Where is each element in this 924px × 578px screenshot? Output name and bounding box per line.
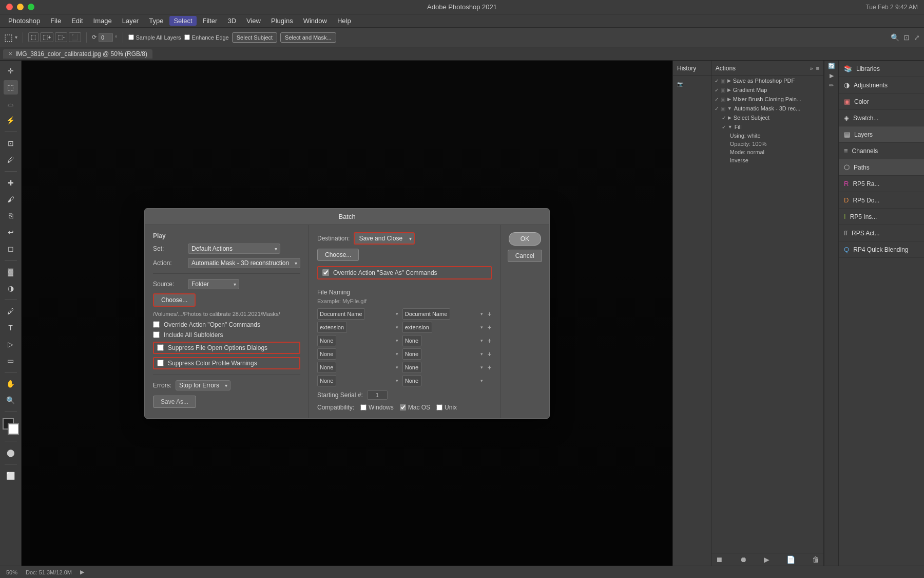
menu-plugins[interactable]: Plugins [267, 16, 297, 26]
naming-plus-3[interactable]: + [487, 337, 491, 345]
naming-plus-2[interactable]: + [487, 323, 491, 331]
include-subfolders-checkbox[interactable] [153, 331, 160, 338]
panel-rp4quick[interactable]: Q RP4 Quick Blending [839, 241, 924, 258]
close-button[interactable] [6, 4, 13, 10]
expand-icon[interactable]: ⤢ [914, 33, 920, 42]
cancel-button[interactable]: Cancel [508, 250, 542, 262]
naming-select-4a[interactable]: None [317, 348, 336, 360]
menu-type[interactable]: Type [145, 16, 167, 26]
action-item-42[interactable]: ✓ ▼ Fill [711, 122, 823, 132]
errors-select[interactable]: Stop for Errors [176, 380, 230, 390]
panel-channels[interactable]: ≡ Channels [839, 143, 924, 159]
history-tab-label[interactable]: History [677, 65, 696, 72]
naming-field-1[interactable]: Document Name [317, 308, 365, 320]
history-state-1[interactable]: 📷 [675, 80, 709, 88]
panel-rp5ins[interactable]: I RP5 Ins... [839, 209, 924, 225]
play-button[interactable]: ▶ [764, 555, 769, 564]
subtract-selection-icon[interactable]: ⬚- [55, 32, 67, 42]
new-action-button[interactable]: 📄 [786, 555, 795, 564]
panel-layers[interactable]: ▤ Layers [839, 126, 924, 143]
naming-select-2[interactable]: extension [402, 322, 432, 333]
menu-help[interactable]: Help [333, 16, 355, 26]
magic-wand-tool[interactable]: ⚡ [4, 113, 18, 127]
naming-plus-6[interactable]: + [487, 377, 491, 385]
choose-dest-button[interactable]: Choose... [317, 249, 359, 261]
record-button[interactable]: ⏺ [740, 555, 747, 564]
naming-select-3b[interactable]: None [402, 335, 421, 346]
gradient-tool[interactable]: ▓ [4, 265, 18, 279]
add-selection-icon[interactable]: ⬚+ [40, 32, 53, 42]
menu-edit[interactable]: Edit [67, 16, 87, 26]
naming-select-6b[interactable]: None [402, 375, 421, 386]
arrange-icon[interactable]: ⊡ [903, 33, 910, 42]
naming-select-6a[interactable]: None [317, 375, 336, 386]
menu-file[interactable]: File [46, 16, 65, 26]
menu-image[interactable]: Image [89, 16, 116, 26]
fr-icon-3[interactable]: ✏ [829, 82, 834, 89]
action-item-41[interactable]: ✓ ▶ Select Subject [711, 113, 823, 122]
brush-tool[interactable]: 🖌 [4, 192, 18, 207]
save-as-button[interactable]: Save As... [153, 396, 196, 408]
quick-mask-tool[interactable]: ⬤ [4, 445, 18, 460]
naming-field-2[interactable]: extension [317, 322, 347, 333]
stop-button[interactable]: ⏹ [716, 555, 723, 564]
suppress-open-checkbox[interactable] [157, 344, 164, 351]
text-tool[interactable]: T [4, 321, 18, 335]
selection-tool[interactable]: ⬚ [4, 80, 18, 95]
menu-select[interactable]: Select [169, 16, 196, 26]
naming-plus-4[interactable]: + [487, 350, 491, 358]
naming-select-5b[interactable]: None [402, 362, 421, 373]
naming-select-4b[interactable]: None [402, 348, 421, 360]
rotation-input[interactable] [99, 33, 113, 42]
intersect-selection-icon[interactable]: ⬛ [69, 32, 81, 42]
action-item-2[interactable]: ✓ ▣ ▶ Gradient Map [711, 85, 823, 95]
actions-expand-icon[interactable]: » [810, 65, 813, 71]
lasso-tool[interactable]: ⌓ [4, 97, 18, 111]
naming-plus-1[interactable]: + [487, 310, 491, 318]
eyedropper-tool[interactable]: 🖊 [4, 153, 18, 167]
select-and-mask-button[interactable]: Select and Mask... [280, 32, 336, 43]
override-saveas-checkbox[interactable] [322, 269, 329, 276]
naming-plus-5[interactable]: + [487, 363, 491, 371]
action-item-4[interactable]: ✓ ▣ ▼ Automatic Mask - 3D rec... [711, 104, 823, 113]
serial-input[interactable] [367, 390, 388, 400]
panel-libraries[interactable]: 📚 Libraries [839, 61, 924, 77]
ok-button[interactable]: OK [509, 232, 541, 246]
macos-checkbox[interactable] [400, 404, 406, 411]
minimize-button[interactable] [17, 4, 24, 10]
doc-tab-active[interactable]: ✕ IMG_3816_color_calibrated.jpg @ 50% (R… [3, 49, 152, 59]
path-selection-tool[interactable]: ▷ [4, 337, 18, 351]
set-select[interactable]: Default Actions [188, 244, 280, 254]
maximize-button[interactable] [28, 4, 34, 10]
choose-source-button[interactable]: Choose... [153, 293, 196, 307]
action-item-1[interactable]: ✓ ▣ ▶ Save as Photoshop PDF [711, 76, 823, 85]
pen-tool[interactable]: 🖊 [4, 304, 18, 319]
screen-mode-tool[interactable]: ⬜ [4, 469, 18, 483]
menu-3d[interactable]: 3D [223, 16, 240, 26]
crop-tool[interactable]: ⊡ [4, 136, 18, 151]
panel-swatch[interactable]: ◈ Swatch... [839, 110, 924, 126]
panel-rp5ra[interactable]: R RP5 Ra... [839, 176, 924, 192]
doc-tab-close[interactable]: ✕ [8, 51, 12, 57]
naming-select-5a[interactable]: None [317, 362, 336, 373]
unix-checkbox[interactable] [436, 404, 442, 411]
menu-layer[interactable]: Layer [118, 16, 143, 26]
menu-photoshop[interactable]: Photoshop [4, 16, 44, 26]
zoom-tool[interactable]: 🔍 [4, 393, 18, 407]
override-open-checkbox[interactable] [153, 321, 160, 328]
actions-tab-label[interactable]: Actions [716, 65, 736, 72]
fr-icon-2[interactable]: ▶ [830, 72, 834, 79]
menu-window[interactable]: Window [299, 16, 331, 26]
enhance-edge-checkbox[interactable]: Enhance Edge [184, 34, 229, 41]
suppress-color-checkbox[interactable] [157, 360, 164, 366]
clone-tool[interactable]: ⎘ [4, 209, 18, 223]
dodge-tool[interactable]: ◑ [4, 281, 18, 295]
background-color[interactable] [8, 423, 19, 435]
source-select[interactable]: Folder [188, 279, 239, 289]
naming-select-3a[interactable]: None [317, 335, 336, 346]
hand-tool[interactable]: ✋ [4, 377, 18, 391]
color-squares[interactable] [3, 418, 19, 435]
actions-menu-icon[interactable]: ≡ [816, 65, 819, 71]
action-item-3[interactable]: ✓ ▣ ▶ Mixer Brush Cloning Pain... [711, 95, 823, 104]
sample-all-layers-checkbox[interactable]: Sample All Layers [128, 34, 181, 41]
